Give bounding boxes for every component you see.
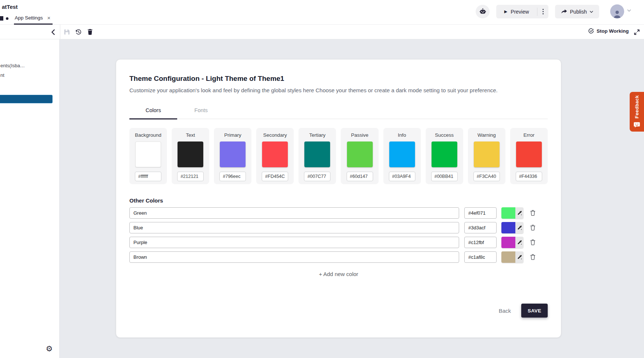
app-title: atTest (2, 4, 18, 10)
feedback-smiley-icon (633, 121, 640, 128)
sidebar-item[interactable]: ents(Isba… (0, 61, 60, 70)
publish-label: Publish (570, 9, 587, 15)
color-name-input[interactable] (129, 237, 459, 248)
palette-swatch[interactable] (432, 142, 457, 167)
palette-swatch[interactable] (220, 142, 246, 167)
close-tab-icon[interactable]: × (47, 15, 51, 21)
palette-swatch[interactable] (389, 142, 415, 167)
app-window: atTest App Settings × ▶ (0, 0, 644, 358)
eyedropper-icon[interactable] (515, 237, 523, 248)
unsaved-dot-icon (6, 17, 8, 20)
account-menu-chevron-icon[interactable] (627, 9, 631, 12)
preview-label: Preview (511, 9, 529, 15)
color-preview (501, 222, 515, 233)
other-colors-heading: Other Colors (129, 197, 548, 204)
palette-hex-input[interactable] (516, 172, 542, 181)
palette-card: Secondary (256, 128, 294, 184)
palette-label: Error (513, 132, 545, 138)
history-icon[interactable] (75, 28, 82, 36)
palette-card: Background (129, 128, 167, 184)
palette-hex-input[interactable] (219, 172, 246, 181)
delete-color-button[interactable] (529, 253, 537, 261)
palette-hex-input[interactable] (177, 172, 204, 181)
publish-icon (561, 9, 567, 14)
palette-swatch[interactable] (474, 142, 500, 167)
palette-hex-input[interactable] (135, 172, 161, 181)
delete-color-button[interactable] (529, 239, 537, 247)
eyedropper-icon[interactable] (515, 251, 523, 263)
sidebar-selected-item[interactable] (0, 95, 53, 103)
palette-swatch[interactable] (516, 142, 542, 167)
card-footer: Back SAVE (129, 304, 548, 318)
delete-icon[interactable] (86, 28, 94, 36)
user-avatar[interactable] (610, 4, 624, 18)
feedback-label: Feedback (634, 95, 640, 118)
palette-card: Passive (341, 128, 378, 184)
color-hex-input[interactable] (464, 237, 497, 248)
back-button[interactable]: Back (499, 308, 511, 314)
color-name-input[interactable] (129, 207, 459, 219)
color-hex-input[interactable] (464, 222, 497, 233)
stop-working-label: Stop Working (597, 28, 629, 34)
sidebar-item-label: nt (0, 72, 4, 78)
tab-app-settings[interactable]: App Settings × (14, 12, 53, 25)
palette-hex-input[interactable] (389, 172, 415, 181)
settings-gear-button[interactable]: ⚙ (44, 343, 54, 354)
editor-toolbar: Stop Working (0, 25, 644, 39)
preview-more-options-button[interactable] (537, 5, 548, 18)
palette-label: Info (386, 132, 418, 138)
preview-button[interactable]: ▶ Preview (496, 5, 537, 18)
palette-swatch[interactable] (178, 142, 203, 167)
person-icon (612, 9, 622, 18)
color-picker-swatch[interactable] (501, 222, 523, 233)
tab-fonts[interactable]: Fonts (177, 107, 225, 119)
theme-configuration-card: Theme Configuration - Light Theme of The… (116, 59, 561, 338)
color-hex-input[interactable] (464, 251, 497, 263)
palette-swatch[interactable] (262, 142, 288, 167)
feedback-tab[interactable]: Feedback (630, 92, 644, 132)
collapse-sidebar-button[interactable] (51, 28, 57, 36)
eyedropper-icon[interactable] (515, 222, 523, 233)
expand-fullscreen-icon[interactable] (633, 28, 640, 36)
sidebar: ents(Isba… nt ⚙ (0, 39, 60, 358)
palette-label: Success (429, 132, 460, 138)
other-colors-list (129, 207, 548, 263)
color-preview (501, 237, 515, 248)
palette-row: Background Text Primary (129, 128, 548, 184)
add-new-color-button[interactable]: + Add new color (319, 271, 358, 277)
palette-swatch[interactable] (135, 142, 161, 167)
palette-label: Tertiary (301, 132, 333, 138)
palette-hex-input[interactable] (431, 172, 458, 181)
other-color-row (129, 207, 537, 219)
color-picker-swatch[interactable] (501, 237, 523, 248)
palette-swatch[interactable] (347, 142, 373, 167)
color-picker-swatch[interactable] (501, 251, 523, 263)
delete-color-button[interactable] (529, 209, 537, 217)
top-header: atTest App Settings × ▶ (0, 0, 644, 25)
gear-icon: ⚙ (46, 344, 53, 353)
color-name-input[interactable] (129, 251, 459, 263)
color-name-input[interactable] (129, 222, 459, 233)
palette-hex-input[interactable] (262, 172, 288, 181)
tab-colors[interactable]: Colors (129, 107, 177, 119)
palette-hex-input[interactable] (304, 172, 330, 181)
palette-label: Primary (217, 132, 248, 138)
color-hex-input[interactable] (464, 207, 497, 219)
stop-working-button[interactable]: Stop Working (588, 28, 629, 34)
palette-hex-input[interactable] (347, 172, 373, 181)
eyedropper-icon[interactable] (515, 207, 523, 219)
assistant-robot-button[interactable] (476, 5, 490, 18)
save-button[interactable] (63, 28, 71, 36)
palette-swatch[interactable] (304, 142, 330, 167)
palette-label: Text (175, 132, 206, 138)
publish-button[interactable]: Publish (555, 5, 599, 18)
chevron-down-icon (590, 11, 593, 13)
palette-card: Tertiary (298, 128, 336, 184)
save-theme-button[interactable]: SAVE (521, 304, 548, 318)
palette-card: Info (383, 128, 421, 184)
palette-hex-input[interactable] (473, 172, 500, 181)
theme-tabs: Colors Fonts (129, 107, 548, 119)
color-picker-swatch[interactable] (501, 207, 523, 219)
sidebar-item[interactable]: nt (0, 70, 60, 80)
delete-color-button[interactable] (529, 224, 537, 232)
